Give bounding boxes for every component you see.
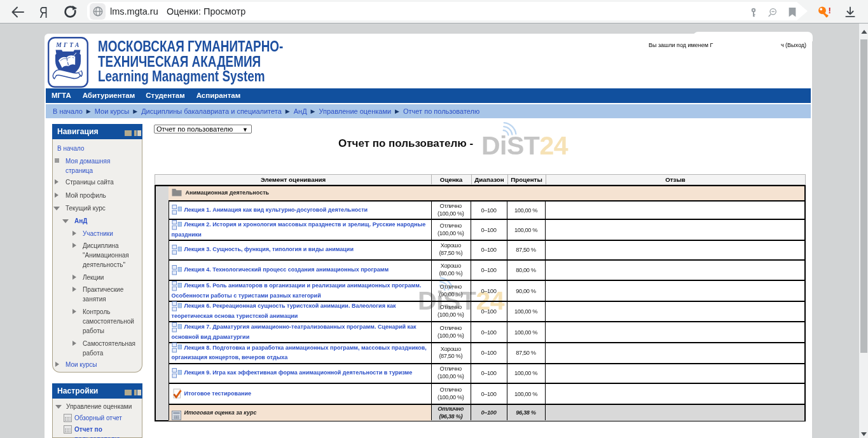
svg-text:МГТА: МГТА — [55, 42, 81, 48]
svg-text:!: ! — [828, 6, 830, 15]
